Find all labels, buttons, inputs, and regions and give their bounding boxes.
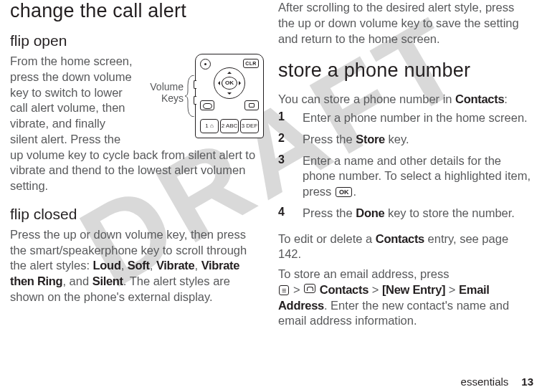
heading-store-number: store a phone number — [278, 59, 532, 82]
contacts-icon — [304, 284, 315, 293]
sep: > — [293, 283, 300, 296]
lead-contacts: Contacts — [455, 92, 504, 105]
lead-post: : — [504, 92, 508, 105]
keypad-2: 2 ABC — [220, 119, 239, 133]
page-footer: essentials13 — [461, 376, 533, 388]
t: To edit or delete a — [278, 232, 376, 245]
ok-button-icon: OK — [222, 77, 237, 90]
path-contacts: Contacts — [320, 283, 369, 296]
label-volume: Volume — [150, 81, 184, 92]
step-3: 3 Enter a name and other details for the… — [278, 153, 532, 200]
camera-button-icon — [200, 59, 211, 70]
path-new-entry: [New Entry] — [382, 283, 445, 296]
step-num: 3 — [278, 153, 303, 200]
step-num: 2 — [278, 132, 303, 148]
keypad-1: 1 ⌂ — [200, 119, 219, 133]
volume-up-key-icon — [194, 80, 196, 89]
clr-button-icon: CLR — [243, 59, 259, 68]
volume-down-key-icon — [194, 96, 196, 105]
speaker-key-icon — [244, 100, 259, 110]
t: key. — [385, 133, 409, 145]
step-4: 4 Press the Done key to store the number… — [278, 206, 532, 221]
left-column: change the call alert flip open Volume K… — [3, 0, 271, 386]
step-text: Press the Store key. — [303, 132, 532, 148]
step-2: 2 Press the Store key. — [278, 132, 532, 148]
step-text: Enter a phone number in the home screen. — [303, 110, 532, 126]
store-key: Store — [356, 133, 385, 145]
style-loud: Loud — [93, 259, 121, 272]
flip-open-body: Volume Keys CLR — [10, 54, 264, 194]
sep: > — [372, 283, 379, 296]
lead-pre: You can store a phone number in — [278, 92, 455, 105]
footer-page: 13 — [521, 376, 533, 388]
style-silent: Silent — [92, 274, 123, 287]
t: key to store the number. — [384, 206, 515, 219]
step-text: Enter a name and other details for the p… — [303, 153, 532, 200]
subheading-flip-open: flip open — [10, 32, 264, 49]
page-content: change the call alert flip open Volume K… — [0, 0, 542, 392]
edit-delete-note: To edit or delete a Contacts entry, see … — [278, 231, 532, 263]
footer-section: essentials — [461, 376, 509, 388]
t: To store an email address, press — [278, 267, 449, 280]
t: . — [353, 185, 356, 198]
phone-illustration: Volume Keys CLR — [141, 54, 264, 140]
right-column: After scrolling to the desired alert sty… — [271, 0, 539, 386]
section-flip-open: flip open Volume Keys — [10, 32, 264, 194]
menu-key-icon: ≡ — [279, 285, 289, 295]
keypad-3: 3 DEF — [240, 119, 259, 133]
step-num: 1 — [278, 110, 303, 126]
ok-key-icon: OK — [336, 187, 353, 197]
step-1: 1 Enter a phone number in the home scree… — [278, 110, 532, 126]
volume-keys-label: Volume Keys — [141, 81, 184, 104]
style-vibrate: Vibrate — [156, 259, 195, 272]
contacts-label: Contacts — [376, 232, 424, 245]
t: Press the — [303, 206, 356, 219]
t: Press the — [303, 133, 356, 145]
step-num: 4 — [278, 206, 303, 221]
step-text: Press the Done key to store the number. — [303, 206, 532, 221]
subheading-flip-closed: flip closed — [10, 206, 264, 223]
store-lead: You can store a phone number in Contacts… — [278, 92, 532, 107]
sep: > — [449, 283, 456, 296]
label-keys: Keys — [161, 92, 184, 104]
done-key: Done — [356, 206, 384, 219]
phone-outline: CLR OK 1 ⌂ — [195, 54, 264, 138]
section-flip-closed: flip closed Press the up or down volume … — [10, 206, 264, 305]
flip-closed-body: Press the up or down volume key, then pr… — [10, 227, 264, 305]
style-soft: Soft — [128, 259, 150, 272]
heading-change-call-alert: change the call alert — [10, 0, 264, 22]
nav-ring-icon: OK — [214, 67, 245, 99]
steps-list: 1 Enter a phone number in the home scree… — [278, 110, 532, 227]
scroll-save-text: After scrolling to the desired alert sty… — [278, 0, 532, 47]
send-key-icon — [200, 100, 214, 110]
email-store-note: To store an email address, press ≡ > Con… — [278, 267, 532, 329]
